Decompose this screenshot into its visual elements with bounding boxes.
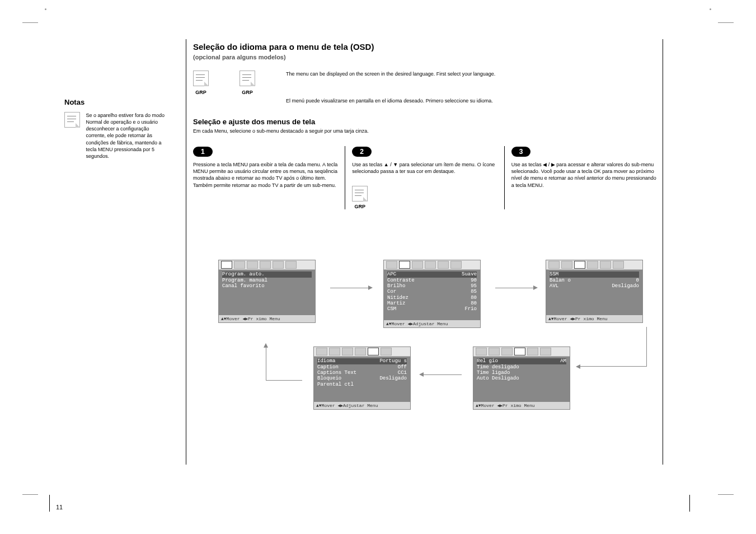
- osd-especial: IdiomaPortugu s CaptionOff Captions Text…: [313, 346, 411, 410]
- osd-iconbar: [473, 347, 570, 357]
- osd-item: Idioma: [317, 358, 335, 364]
- step-number: 3: [511, 147, 531, 157]
- step-3: 3 Use as teclas ◀ / ▶ para acessar e alt…: [511, 146, 658, 209]
- grp-label: GRP: [240, 90, 255, 95]
- grp-icon: GRP: [240, 71, 255, 95]
- osd-item: Brilho: [387, 283, 405, 289]
- column-divider: [663, 39, 663, 465]
- sidebar: Notas Se o aparelho estiver fora do modo…: [64, 98, 176, 160]
- osd-item: Program. auto.: [222, 271, 265, 277]
- footer-tick: [689, 495, 690, 512]
- osd-item: Balan o: [550, 278, 571, 283]
- osd-item: AVL: [550, 283, 558, 289]
- osd-item: Bloqueio: [317, 376, 341, 381]
- arrow-up-icon: [266, 346, 266, 380]
- osd-item: APC: [387, 271, 396, 277]
- osd-item: Parental ctl: [317, 382, 354, 387]
- osd-item: Time desligado: [477, 364, 519, 370]
- crop-dot: [45, 8, 46, 10]
- language-icon-row-2: El menú puede visualizarse en pantalla e…: [193, 97, 658, 104]
- step-number: 1: [193, 147, 213, 157]
- osd-flow-figure: Program. auto. Program. manual Canal fav…: [193, 260, 658, 422]
- sidebar-note-text: Se o aparelho estiver fora do modo Norma…: [86, 112, 170, 160]
- step-1: 1 Pressione a tecla MENU para exibir a t…: [193, 146, 345, 209]
- osd-item: Nitidez: [387, 295, 408, 301]
- osd-footer: ▲▼Mover ◀▶Adjustar Menu: [314, 402, 410, 409]
- arrow-return-icon: [579, 327, 647, 367]
- lang-text-es: El menú puede visualizarse en pantalla e…: [286, 97, 527, 104]
- section-subtitle: Em cada Menu, selecione o sub-menu desta…: [193, 128, 658, 134]
- section-title: Seleção e ajuste dos menus de tela: [193, 118, 658, 126]
- sidebar-title: Notas: [64, 98, 176, 106]
- osd-item: CSM: [387, 306, 396, 312]
- osd-footer: ▲▼Mover ◀▶Pr ximo Menu: [473, 402, 570, 409]
- osd-iconbar: [384, 260, 480, 270]
- crop-mark: [718, 22, 734, 23]
- step-2: 2 Use as teclas ▲ / ▼ para selecionar um…: [352, 146, 504, 209]
- arrow-right-icon: [330, 288, 369, 288]
- arrow-segment: [266, 380, 302, 381]
- grp-icon: GRP: [193, 71, 209, 95]
- crop-mark: [22, 494, 38, 495]
- column-divider: [186, 39, 186, 465]
- page-subtitle: (opcional para alguns modelos): [193, 54, 658, 60]
- osd-canal: Program. auto. Program. manual Canal fav…: [218, 260, 316, 323]
- step-body: Pressione a tecla MENU para exibir a tel…: [193, 161, 339, 189]
- osd-item: SSM: [550, 271, 558, 277]
- osd-item: Auto Desligado: [477, 376, 519, 381]
- footer-tick: [49, 495, 50, 512]
- osd-item: Rel gio: [477, 358, 498, 364]
- osd-item: Program. manual: [222, 278, 267, 283]
- page-title: Seleção do idioma para o menu de tela (O…: [193, 42, 658, 51]
- arrow-left-icon: [422, 374, 462, 375]
- osd-footer: ▲▼Mover ◀▶Adjustar Menu: [384, 320, 480, 327]
- osd-footer: ▲▼Mover ◀▶Pr ximo Menu: [546, 315, 642, 322]
- osd-iconbar: [219, 260, 315, 270]
- steps-row: 1 Pressione a tecla MENU para exibir a t…: [193, 146, 658, 209]
- osd-item: Time ligado: [477, 370, 510, 376]
- crop-mark: [718, 494, 734, 495]
- osd-item: Cor: [387, 289, 396, 294]
- osd-som: SSM Balan o0 AVLDesligado ▲▼Mover ◀▶Pr x…: [546, 260, 643, 323]
- page-number: 11: [56, 504, 63, 510]
- crop-dot: [710, 8, 711, 10]
- osd-item: Canal favorito: [222, 283, 265, 289]
- main-content: Seleção do idioma para o menu de tela (O…: [193, 42, 658, 422]
- lang-text-en: The menu can be displayed on the screen …: [286, 71, 527, 77]
- step-body: Use as teclas ▲ / ▼ para selecionar um í…: [352, 161, 498, 175]
- osd-item: Caption: [317, 364, 339, 370]
- step-number: 2: [352, 147, 372, 157]
- arrow-right-icon: [495, 288, 534, 288]
- osd-item: Captions Text: [317, 370, 356, 376]
- note-icon: [64, 112, 80, 130]
- page: Notas Se o aparelho estiver fora do modo…: [0, 0, 756, 534]
- grp-icon: GRP: [352, 186, 498, 209]
- grp-label: GRP: [193, 90, 209, 95]
- osd-imagem: APCSuave Contraste90 Brilho95 Cor85 Niti…: [383, 260, 481, 327]
- step-body: Use as teclas ◀ / ▶ para acessar e alter…: [511, 161, 658, 189]
- osd-iconbar: [314, 347, 410, 357]
- crop-mark: [22, 22, 38, 23]
- osd-tempo: Rel gioAM Time desligado Time ligado Aut…: [473, 346, 570, 410]
- osd-item: Martiz: [387, 301, 405, 306]
- osd-footer: ▲▼Mover ◀▶Pr ximo Menu: [219, 315, 315, 322]
- language-icon-row: GRP GRP The menu can be displayed on the…: [193, 71, 658, 95]
- osd-iconbar: [546, 260, 642, 270]
- osd-item: Contraste: [387, 278, 415, 283]
- grp-label: GRP: [352, 204, 368, 209]
